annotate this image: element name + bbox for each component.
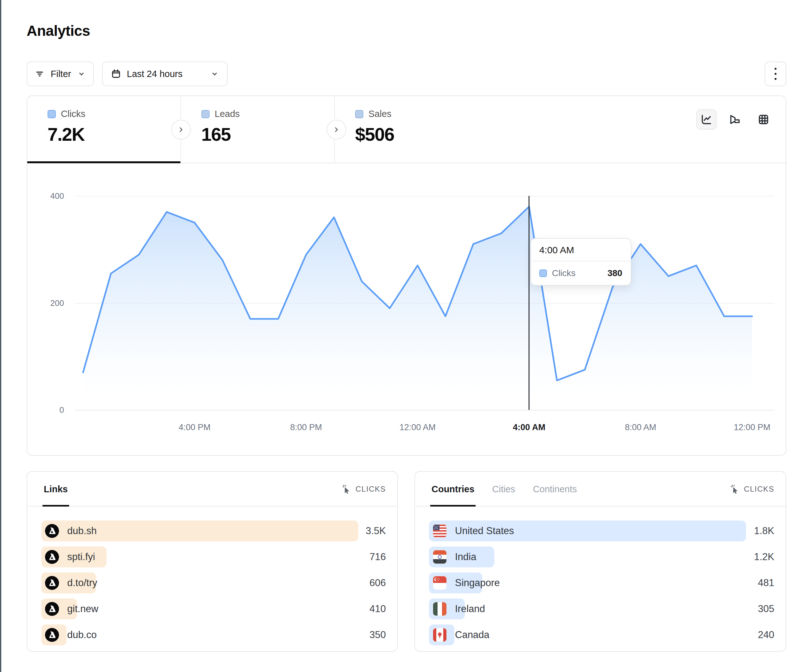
country-clicks-value: 1.2K — [754, 546, 774, 567]
chevron-right-icon — [177, 126, 185, 133]
y-axis-tick: 0 — [32, 405, 64, 415]
ireland-flag-icon — [433, 602, 447, 616]
tab-clicks-value: 7.2K — [48, 124, 181, 145]
table-view-button[interactable] — [753, 109, 774, 130]
links-metric-label: CLICKS — [355, 484, 386, 493]
tab-sales-value: $506 — [355, 124, 489, 145]
link-label: dub.co — [67, 629, 97, 641]
link-clicks-value: 716 — [369, 546, 386, 567]
country-label: Singapore — [455, 577, 500, 588]
link-row[interactable]: dub.co 350 — [41, 624, 386, 645]
line-chart-icon — [700, 113, 713, 126]
chart-view-switcher — [696, 109, 774, 130]
expand-sales-button[interactable] — [327, 120, 346, 140]
country-label: United States — [455, 525, 514, 537]
calendar-icon — [111, 69, 121, 79]
link-clicks-value: 410 — [369, 599, 386, 619]
left-edge-strip — [0, 0, 1, 672]
countries-metric-selector[interactable]: CLICKS — [730, 484, 774, 494]
date-range-button[interactable]: Last 24 hours — [102, 61, 228, 86]
dub-logo-icon — [45, 550, 59, 564]
link-label: dub.sh — [67, 525, 97, 537]
tab-links[interactable]: Links — [44, 472, 68, 507]
hover-crosshair — [529, 196, 529, 410]
table-grid-icon — [757, 113, 770, 126]
analytics-card: Clicks 7.2K Leads 165 Sales — [27, 96, 786, 456]
dub-logo-icon — [45, 628, 59, 642]
funnel-view-button[interactable] — [725, 109, 745, 130]
y-axis-tick: 200 — [32, 298, 64, 308]
link-row[interactable]: spti.fyi 716 — [41, 546, 386, 567]
filter-button[interactable]: Filter — [27, 61, 94, 86]
x-axis-tick: 8:00 AM — [625, 423, 656, 432]
clicks-marker-icon — [539, 269, 547, 277]
singapore-flag-icon — [433, 576, 447, 590]
link-label: spti.fyi — [67, 551, 95, 563]
filter-button-label: Filter — [51, 69, 71, 79]
country-row[interactable]: Ireland 305 — [429, 599, 774, 619]
link-label: d.to/try — [67, 577, 97, 588]
analytics-page: Analytics Filter — [0, 0, 812, 672]
funnel-icon — [728, 113, 741, 126]
gridline-0 — [75, 410, 774, 411]
tab-countries[interactable]: Countries — [432, 472, 474, 507]
tab-clicks-label: Clicks — [61, 109, 85, 119]
link-clicks-value: 3.5K — [365, 520, 386, 541]
tab-sales[interactable]: Sales $506 — [335, 96, 489, 163]
line-chart-view-button[interactable] — [696, 109, 716, 130]
x-axis-tick-highlighted: 4:00 AM — [513, 423, 545, 432]
country-label: Ireland — [455, 603, 485, 615]
clicks-chart[interactable]: 400 200 0 4:00 PM 8:00 — [27, 163, 786, 455]
date-range-label: Last 24 hours — [127, 69, 183, 79]
y-axis-tick: 400 — [32, 191, 64, 201]
link-row[interactable]: dub.sh 3.5K — [41, 520, 386, 541]
country-row[interactable]: Canada 240 — [429, 624, 774, 645]
link-clicks-value: 350 — [369, 624, 386, 645]
dub-logo-icon — [45, 576, 59, 590]
tab-sales-label: Sales — [368, 109, 392, 119]
metric-tabs: Clicks 7.2K Leads 165 Sales — [27, 96, 786, 163]
x-axis-tick: 4:00 PM — [179, 423, 210, 432]
country-clicks-value: 240 — [758, 624, 774, 645]
tab-cities[interactable]: Cities — [492, 472, 515, 507]
canada-flag-icon — [433, 628, 447, 642]
clicks-area-chart — [83, 196, 752, 410]
links-metric-selector[interactable]: CLICKS — [342, 484, 386, 494]
link-row[interactable]: git.new 410 — [41, 599, 386, 619]
country-label: India — [455, 551, 476, 563]
chevron-down-icon — [210, 70, 219, 78]
tooltip-time: 4:00 AM — [531, 239, 631, 261]
link-row[interactable]: d.to/try 606 — [41, 573, 386, 594]
x-axis-tick: 12:00 AM — [399, 423, 436, 432]
country-row[interactable]: India 1.2K — [429, 546, 774, 567]
tab-leads-label: Leads — [215, 109, 240, 119]
kebab-icon — [774, 66, 776, 82]
tab-leads[interactable]: Leads 165 — [181, 96, 335, 163]
x-axis-tick: 8:00 PM — [290, 423, 322, 432]
country-row[interactable]: United States 1.8K — [429, 520, 774, 541]
sales-marker-icon — [355, 110, 363, 118]
toolbar: Filter Last 24 hours — [27, 61, 786, 86]
expand-leads-button[interactable] — [171, 120, 191, 140]
country-row[interactable]: Singapore 481 — [429, 573, 774, 594]
tooltip-value: 380 — [607, 268, 623, 278]
chart-tooltip: 4:00 AM Clicks 380 — [531, 238, 631, 286]
tab-leads-value: 165 — [201, 124, 334, 145]
tab-clicks[interactable]: Clicks 7.2K — [27, 96, 181, 163]
india-flag-icon — [433, 550, 447, 564]
more-options-button[interactable] — [765, 61, 786, 86]
country-label: Canada — [455, 629, 490, 641]
clicks-marker-icon — [48, 110, 56, 118]
link-clicks-value: 606 — [369, 573, 386, 594]
chevron-down-icon — [77, 70, 85, 78]
chevron-right-icon — [333, 126, 340, 133]
country-clicks-value: 481 — [758, 573, 774, 594]
countries-metric-label: CLICKS — [744, 484, 774, 493]
links-panel: Links CLICKS — [27, 471, 398, 652]
x-axis-tick: 12:00 PM — [734, 423, 771, 432]
tooltip-series-label: Clicks — [552, 268, 576, 278]
tab-continents[interactable]: Continents — [533, 472, 577, 507]
filter-icon — [35, 69, 44, 78]
country-clicks-value: 1.8K — [754, 520, 774, 541]
click-cursor-icon — [342, 484, 351, 494]
